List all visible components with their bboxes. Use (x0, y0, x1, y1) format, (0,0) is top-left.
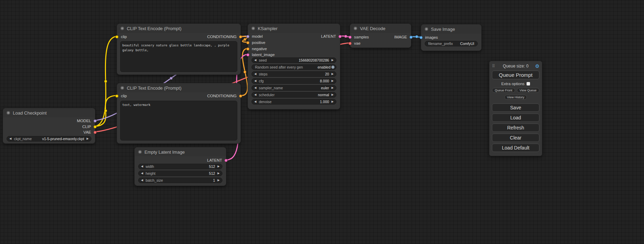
node-title-bar[interactable]: CLIP Text Encode (Prompt) (117, 83, 240, 92)
samples-input-dot[interactable] (349, 36, 352, 39)
node-ksampler[interactable]: KSampler model positive negative latent_… (248, 24, 340, 109)
arrow-right-icon[interactable]: ▶ (332, 87, 334, 89)
images-input-dot[interactable] (420, 36, 423, 39)
output-slot-latent: LATENT (321, 34, 340, 39)
arrow-right-icon[interactable]: ▶ (218, 165, 220, 168)
collapse-dot-icon[interactable] (354, 27, 357, 30)
arrow-right-icon[interactable]: ▶ (332, 100, 334, 103)
slot-label: IMAGE (394, 35, 407, 39)
positive-input-dot[interactable] (246, 41, 249, 44)
conditioning-output-dot[interactable] (239, 94, 242, 98)
link-midpoint-dot (244, 38, 246, 41)
vae-output-dot[interactable] (94, 131, 97, 134)
slot-label: clip (121, 94, 127, 98)
widget-sampler-name[interactable]: ◀ sampler_name euler ▶ (252, 85, 336, 91)
arrow-left-icon[interactable]: ◀ (254, 100, 256, 103)
node-title-bar[interactable]: Save Image (421, 25, 481, 34)
node-clip-text-encode-positive[interactable]: CLIP Text Encode (Prompt) clip CONDITION… (117, 24, 241, 75)
node-save-image[interactable]: Save Image images filename_prefix ComfyU… (421, 24, 482, 51)
node-load-checkpoint[interactable]: Load Checkpoint MODEL CLIP VAE ◀ ckpt_na… (3, 108, 95, 144)
input-slot-samples: samples (350, 34, 369, 40)
node-vae-decode[interactable]: VAE Decode samples vae IMAGE (350, 24, 411, 48)
queue-front-button[interactable]: Queue Front (492, 88, 515, 93)
queue-menu-panel[interactable]: ⠿ Queue size: 0 ⚙ Queue Prompt Extra opt… (489, 61, 542, 156)
node-title-bar[interactable]: KSampler (248, 24, 340, 33)
arrow-left-icon[interactable]: ◀ (254, 73, 256, 75)
view-queue-button[interactable]: View Queue (517, 88, 539, 93)
node-empty-latent-image[interactable]: Empty Latent Image LATENT ◀ width 512 ▶ … (134, 147, 226, 186)
collapse-dot-icon[interactable] (121, 27, 124, 30)
widget-label: steps (259, 72, 267, 76)
widget-batch-size[interactable]: ◀ batch_size 1 ▶ (138, 178, 222, 183)
collapse-dot-icon[interactable] (121, 86, 124, 90)
settings-gear-icon[interactable]: ⚙ (535, 63, 539, 69)
arrow-left-icon[interactable]: ◀ (254, 80, 256, 82)
widget-filename-prefix[interactable]: filename_prefix ComfyUI (425, 41, 478, 46)
clip-output-dot[interactable] (94, 125, 97, 128)
widget-scheduler[interactable]: ◀ scheduler normal ▶ (252, 92, 336, 98)
arrow-left-icon[interactable]: ◀ (141, 172, 143, 175)
arrow-left-icon[interactable]: ◀ (254, 87, 256, 89)
arrow-left-icon[interactable]: ◀ (254, 59, 256, 62)
collapse-dot-icon[interactable] (425, 27, 428, 31)
widget-value: 512 (156, 171, 215, 175)
queue-pill-row: Queue Front View Queue (492, 88, 539, 93)
collapse-dot-icon[interactable] (138, 150, 142, 154)
latent-image-input-dot[interactable] (246, 53, 249, 56)
save-button[interactable]: Save (492, 103, 539, 112)
queue-prompt-button[interactable]: Queue Prompt (492, 71, 539, 79)
arrow-right-icon[interactable]: ▶ (87, 137, 89, 140)
widget-denoise[interactable]: ◀ denoise 1.000 ▶ (252, 99, 336, 105)
widget-seed[interactable]: ◀ seed 156680208700286 ▶ (252, 57, 336, 63)
widget-cfg[interactable]: ◀ cfg 8.000 ▶ (252, 78, 336, 84)
latent-output-dot[interactable] (224, 159, 228, 162)
widget-random-seed-toggle[interactable]: Random seed after every gen enabled (252, 64, 336, 70)
positive-prompt-textarea[interactable]: beautiful scenery nature glass bottle la… (120, 41, 237, 72)
load-button[interactable]: Load (492, 114, 539, 122)
conditioning-output-dot[interactable] (239, 35, 242, 38)
model-output-dot[interactable] (94, 119, 97, 123)
node-clip-text-encode-negative[interactable]: CLIP Text Encode (Prompt) clip CONDITION… (117, 83, 241, 144)
queue-size-label: Queue size: 0 (496, 64, 535, 69)
slot-label: positive (252, 40, 265, 45)
arrow-right-icon[interactable]: ▶ (332, 73, 334, 75)
clip-input-dot[interactable] (115, 35, 118, 38)
node-title-bar[interactable]: CLIP Text Encode (Prompt) (117, 24, 240, 33)
widget-ckpt-name[interactable]: ◀ ckpt_name v1-5-pruned-emaonly.ckpt ▶ (7, 136, 91, 142)
arrow-left-icon[interactable]: ◀ (141, 179, 143, 182)
node-graph-canvas[interactable]: Load Checkpoint MODEL CLIP VAE ◀ ckpt_na… (0, 0, 644, 244)
load-default-button[interactable]: Load Default (492, 144, 539, 152)
arrow-left-icon[interactable]: ◀ (141, 165, 143, 168)
clear-button[interactable]: Clear (492, 134, 539, 142)
drag-handle-icon[interactable]: ⠿ (492, 64, 495, 69)
widget-value: enabled (303, 65, 330, 69)
latent-output-dot[interactable] (338, 35, 342, 38)
arrow-left-icon[interactable]: ◀ (254, 93, 256, 96)
arrow-right-icon[interactable]: ▶ (332, 93, 334, 96)
refresh-button[interactable]: Refresh (492, 124, 539, 132)
node-title-bar[interactable]: Empty Latent Image (135, 147, 226, 156)
clip-input-dot[interactable] (115, 94, 118, 98)
model-input-dot[interactable] (246, 35, 249, 38)
slot-label: samples (354, 35, 369, 39)
collapse-dot-icon[interactable] (252, 27, 255, 30)
widget-height[interactable]: ◀ height 512 ▶ (138, 171, 222, 176)
node-title-bar[interactable]: VAE Decode (350, 24, 411, 33)
extra-options-checkbox[interactable] (527, 82, 530, 85)
toggle-dot[interactable] (331, 65, 335, 69)
negative-prompt-textarea[interactable]: text, watermark (120, 101, 237, 141)
widget-steps[interactable]: ◀ steps 20 ▶ (252, 71, 336, 77)
collapse-dot-icon[interactable] (7, 111, 10, 115)
node-title-bar[interactable]: Load Checkpoint (3, 108, 95, 117)
arrow-left-icon[interactable]: ◀ (9, 137, 11, 140)
image-output-dot[interactable] (409, 36, 413, 39)
arrow-right-icon[interactable]: ▶ (218, 179, 220, 182)
negative-input-dot[interactable] (246, 47, 249, 51)
view-history-button[interactable]: View History (504, 95, 527, 100)
arrow-right-icon[interactable]: ▶ (332, 59, 334, 62)
widget-width[interactable]: ◀ width 512 ▶ (138, 164, 222, 169)
vae-input-dot[interactable] (349, 42, 352, 45)
arrow-right-icon[interactable]: ▶ (332, 80, 334, 82)
output-slot-clip: CLIP (82, 124, 95, 129)
arrow-right-icon[interactable]: ▶ (218, 172, 220, 175)
